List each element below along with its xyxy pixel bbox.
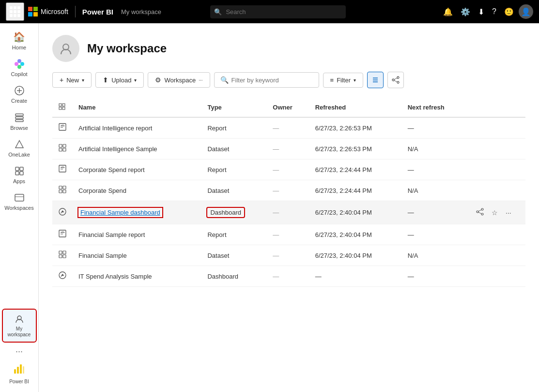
- col-next-refresh-header: Next refresh: [402, 98, 467, 117]
- item-name: Financial Sample: [78, 252, 127, 259]
- row-actions-cell: [467, 117, 525, 139]
- upload-button[interactable]: ⬆ Upload ▾: [95, 72, 144, 88]
- row-type-cell: Dataset: [201, 139, 267, 159]
- row-owner-cell: —: [267, 224, 309, 245]
- col-icon-header: [52, 98, 73, 117]
- more-options-button[interactable]: ···: [503, 207, 514, 219]
- row-type-cell: Report: [201, 159, 267, 180]
- row-refreshed-cell: 6/27/23, 2:40:04 PM: [309, 224, 402, 245]
- svg-rect-12: [20, 167, 23, 171]
- table-row: Artificial Intelligence report Report — …: [52, 117, 525, 139]
- svg-rect-51: [59, 186, 62, 189]
- svg-point-1: [17, 59, 21, 63]
- waffle-menu-button[interactable]: [6, 2, 24, 21]
- sidebar: 🏠 Home Copilot Create B: [0, 23, 39, 392]
- list-view-button[interactable]: [367, 72, 384, 88]
- svg-point-59: [481, 213, 483, 215]
- row-next-refresh-cell: N/A: [402, 139, 467, 159]
- svg-line-61: [478, 212, 481, 214]
- upload-label: Upload: [111, 77, 131, 84]
- settings-button[interactable]: ⚙️: [458, 4, 473, 19]
- filter-lines-icon: ≡: [330, 77, 334, 84]
- sidebar-ellipsis-button[interactable]: ···: [12, 345, 27, 359]
- row-name-cell: Financial Sample report: [73, 224, 201, 245]
- svg-point-2: [20, 62, 24, 66]
- top-nav-icons: 🔔 ⚙️ ⬇ ? 🙂 👤: [440, 4, 533, 19]
- sidebar-home-label: Home: [12, 45, 26, 51]
- share-button[interactable]: [473, 206, 487, 219]
- row-refreshed-cell: 6/27/23, 2:24:44 PM: [309, 159, 402, 180]
- row-next-refresh-cell: —: [402, 266, 467, 287]
- sidebar-item-workspaces[interactable]: Workspaces: [2, 188, 37, 215]
- type-badge: Dashboard: [207, 273, 238, 280]
- notification-bell-button[interactable]: 🔔: [440, 4, 456, 19]
- microsoft-logo[interactable]: Microsoft: [28, 7, 68, 16]
- top-navigation: Microsoft Power BI My workspace 🔍 🔔 ⚙️ ⬇…: [0, 0, 539, 23]
- item-name-link[interactable]: Financial Sample dashboard: [78, 208, 162, 217]
- feedback-button[interactable]: 🙂: [501, 4, 517, 19]
- col-owner-header: Owner: [267, 98, 309, 117]
- svg-rect-11: [15, 167, 19, 171]
- download-button[interactable]: ⬇: [475, 4, 487, 19]
- workspace-gear-icon: ⚙: [155, 76, 161, 84]
- row-name-cell: Corporate Spend report: [73, 159, 201, 180]
- filter-keyword-input[interactable]: [231, 77, 313, 84]
- new-chevron-icon: ▾: [82, 78, 84, 83]
- new-button[interactable]: + New ▾: [52, 72, 92, 88]
- item-name: Artificial Intelligence report: [78, 125, 152, 132]
- my-workspace-icon: [14, 314, 25, 324]
- type-badge: Report: [207, 125, 226, 132]
- svg-rect-7: [15, 114, 23, 116]
- microsoft-label: Microsoft: [41, 8, 68, 16]
- item-type-icon: [58, 166, 67, 174]
- svg-rect-8: [15, 117, 23, 119]
- main-content: My workspace + New ▾ ⬆ Upload ▾ ⚙ Worksp…: [39, 23, 539, 392]
- workspace-button[interactable]: ⚙ Workspace ···: [148, 72, 210, 88]
- sidebar-item-browse[interactable]: Browse: [2, 109, 37, 135]
- col-name-header[interactable]: Name: [73, 98, 201, 117]
- row-next-refresh-cell: —: [402, 117, 467, 139]
- sidebar-item-my-workspace[interactable]: Myworkspace: [2, 309, 37, 343]
- sidebar-item-apps[interactable]: Apps: [2, 162, 37, 188]
- filter-chevron-icon: ▾: [354, 78, 356, 83]
- row-name-cell: Artificial Intelligence report: [73, 117, 201, 139]
- svg-rect-18: [14, 369, 16, 374]
- item-type-icon: [58, 231, 67, 239]
- row-owner-cell: —: [267, 117, 309, 139]
- item-type-icon: [58, 209, 67, 218]
- row-actions-cell: [467, 180, 525, 201]
- help-button[interactable]: ?: [489, 4, 499, 19]
- svg-line-30: [394, 80, 397, 82]
- svg-rect-71: [63, 255, 66, 258]
- svg-rect-62: [59, 230, 66, 237]
- row-owner-cell: —: [267, 201, 309, 224]
- search-input[interactable]: [210, 5, 346, 18]
- upload-icon: ⬆: [103, 76, 108, 84]
- row-name-cell: IT Spend Analysis Sample: [73, 266, 201, 287]
- workspace-title: My workspace: [87, 42, 167, 55]
- svg-rect-20: [20, 364, 22, 374]
- workspaces-icon: [14, 192, 25, 203]
- sidebar-create-label: Create: [11, 98, 27, 104]
- user-avatar[interactable]: 👤: [519, 4, 533, 19]
- sidebar-item-home[interactable]: 🏠 Home: [2, 27, 37, 55]
- lineage-view-button[interactable]: [387, 72, 404, 88]
- sidebar-item-onelake[interactable]: OneLake: [2, 135, 37, 162]
- type-badge: Report: [207, 231, 226, 238]
- favorite-button[interactable]: ☆: [489, 207, 501, 219]
- onelake-icon: [14, 139, 25, 150]
- filter-button[interactable]: ≡ Filter ▾: [323, 73, 363, 88]
- powerbi-logo[interactable]: Power BI: [7, 359, 31, 388]
- row-refreshed-cell: 6/27/23, 2:40:04 PM: [309, 245, 402, 266]
- row-refreshed-cell: 6/27/23, 2:40:04 PM: [309, 201, 402, 224]
- svg-line-60: [478, 210, 481, 211]
- svg-marker-10: [15, 141, 23, 148]
- sidebar-item-create[interactable]: Create: [2, 81, 37, 108]
- upload-chevron-icon: ▾: [134, 78, 137, 83]
- svg-rect-52: [63, 186, 66, 189]
- sidebar-item-copilot[interactable]: Copilot: [2, 55, 37, 81]
- row-icon-cell: [52, 180, 73, 201]
- table-row: Corporate Spend Dataset — 6/27/23, 2:24:…: [52, 180, 525, 201]
- filter-keyword-input-container[interactable]: 🔍: [214, 72, 319, 88]
- nav-divider: [75, 6, 76, 17]
